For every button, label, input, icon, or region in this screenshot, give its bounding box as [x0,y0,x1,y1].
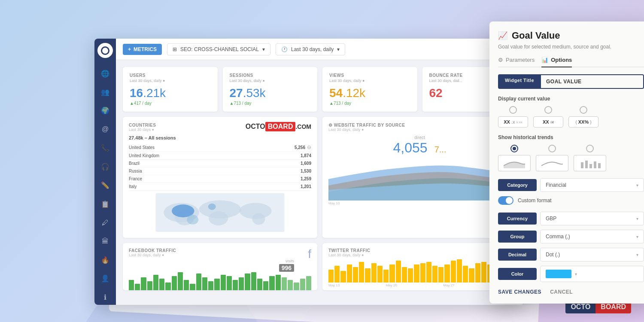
trend-radio-1[interactable] [510,145,518,152]
display-option-1[interactable]: XX.xx.xx [498,106,528,128]
trend-radio-3[interactable] [586,145,594,152]
trends-label: Show historical trends [498,134,644,140]
area-chart [328,158,511,200]
category-chevron: ▾ [636,183,638,188]
decimal-select[interactable]: Dot (.) ▾ [540,248,644,261]
modal-tabs: ⚙ Parameters 📊 Options [498,57,644,67]
save-changes-button[interactable]: SAVE CHANGES [498,289,541,295]
fb-bar-1 [135,284,140,290]
currency-row: Currency GBP ▾ [498,212,644,225]
sidebar-icon-info[interactable]: ℹ [97,289,113,304]
users-value: 16.21k [130,86,211,100]
sidebar-icon-pencil[interactable]: 🖊 [97,215,113,230]
twitter-card: TWITTER TRAFFIC Last 30 days, daily ● 🐦 … [322,243,517,290]
sidebar-icon-list[interactable]: 📋 [97,196,113,211]
country-row: Italy 1,201 [129,183,311,191]
tw-bar-2 [340,271,346,283]
color-select[interactable]: ▾ [540,266,644,282]
fb-bar-23 [269,276,274,290]
svg-point-6 [252,213,265,225]
tw-bar-18 [438,267,444,283]
fb-bar-14 [214,279,219,290]
group-chevron: ▾ [636,234,638,239]
custom-format-toggle[interactable] [498,196,513,205]
trend-radio-2[interactable] [548,145,556,152]
tab-options[interactable]: 📊 Options [541,57,572,67]
tw-bar-5 [359,262,364,283]
tab-parameters[interactable]: ⚙ Parameters [498,57,535,67]
sessions-value: 27.53k [230,86,311,100]
tw-bar-9 [383,270,389,283]
stat-card-views: VIEWS Last 30 days, daily ● 54.12k ▲713 … [322,67,417,112]
color-chevron: ▾ [575,272,577,276]
sidebar-icon-bank[interactable]: 🏛 [97,234,113,249]
fb-bar-15 [221,275,226,290]
sidebar-icon-users[interactable]: 👥 [97,85,113,100]
tw-title: TWITTER TRAFFIC [328,248,511,253]
sidebar-icon-user[interactable]: 👤 [97,271,113,286]
traffic-value-1: 4,055 [393,140,428,156]
currency-select[interactable]: GBP ▾ [540,212,644,225]
radio-2[interactable] [544,106,552,114]
trend-option-bar[interactable] [574,145,606,171]
tw-bar-chart [328,259,511,283]
website-traffic-panel: ⚙ WEBSITE TRAFFIC BY SOURCE Last 30 days… [322,117,517,238]
countries-panel: COUNTRIES Last 30 days ● OCTO BOARD .COM… [123,117,317,238]
sidebar-icon-flame[interactable]: 🔥 [97,252,113,267]
fb-bar-22 [263,281,268,290]
board-text: BOARD [265,122,296,131]
sidebar: 🌐 👥 🌍 @ 📞 🎧 ✏️ 📋 🖊 🏛 🔥 👤 ℹ [94,39,116,305]
fb-visits-value: 996 [279,264,294,272]
sidebar-icon-edit[interactable]: ✏️ [97,178,113,193]
trend-option-area[interactable] [498,145,531,171]
fb-bar-7 [172,276,177,290]
fb-bar-12 [202,277,207,290]
trend-option-line[interactable] [536,145,568,171]
widget-title-value[interactable]: GOAL VALUE [541,74,644,89]
sidebar-logo[interactable] [97,43,113,58]
facebook-card: FACEBOOK TRAFFIC Last 30 days, daily ● f… [123,243,317,290]
sessions-change: ▲713 / day [230,101,311,106]
fb-visits-label: visits [129,259,294,263]
display-option-3[interactable]: (XX%) [568,106,598,128]
currency-value: GBP [546,216,556,222]
svg-point-8 [208,204,216,210]
tw-bar-10 [389,264,395,283]
cancel-button[interactable]: CANCEL [550,289,573,295]
clock-icon: 🕐 [281,46,288,52]
trend-bars [574,155,606,171]
tw-bar-3 [347,264,352,283]
tw-bar-17 [432,266,437,283]
radio-3[interactable] [580,106,587,114]
params-icon: ⚙ [498,57,503,63]
fb-bar-2 [141,277,146,290]
seo-dropdown[interactable]: ⊞ SEO: CROSS-CHANNEL SOCIAL ▾ [167,43,270,55]
tw-bar-7 [371,263,377,283]
radio-1[interactable] [509,106,517,114]
add-button[interactable]: + METRICS [123,44,162,55]
country-row: Brazil 1,609 [129,160,311,167]
sidebar-icon-at[interactable]: @ [97,122,113,137]
tw-bar-8 [377,266,383,283]
tw-bar-15 [420,263,425,283]
category-select[interactable]: Financial ▾ [540,178,644,192]
tw-bar-0 [328,270,334,283]
views-change: ▲713 / day [329,101,410,106]
display-option-2[interactable]: XX.x [533,106,563,128]
sidebar-icon-headset[interactable]: 🎧 [97,159,113,174]
tw-bar-4 [353,267,358,283]
display-label: Display current value [498,96,644,102]
fb-bar-13 [208,281,213,290]
tw-bar-22 [463,266,468,283]
sidebar-icon-phone[interactable]: 📞 [97,140,113,155]
svg-rect-13 [594,161,596,168]
sidebar-icon-globe2[interactable]: 🌍 [97,103,113,118]
country-logo: OCTO BOARD .COM [246,122,311,131]
group-select[interactable]: Comma (,) ▾ [540,230,644,243]
sidebar-icon-globe[interactable]: 🌐 [97,66,113,81]
display-format-3: (XX%) [568,116,598,128]
tw-bar-19 [444,264,450,283]
modal-panel: 📈 Goal Value Goal value for selected med… [489,21,644,304]
time-dropdown[interactable]: 🕐 Last 30 days, daily ▾ [276,43,345,55]
modal-header: 📈 Goal Value [498,30,644,41]
